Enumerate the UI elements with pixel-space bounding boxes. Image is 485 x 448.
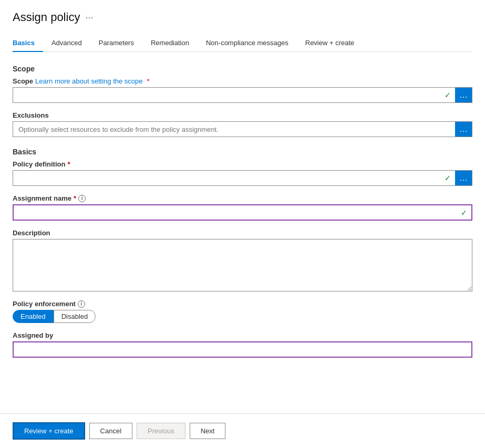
exclusions-input[interactable] <box>13 122 455 137</box>
exclusions-input-wrapper: … <box>13 121 472 137</box>
assignment-name-required: * <box>74 194 76 202</box>
basics-section-title: Basics <box>13 148 472 156</box>
assignment-name-check-icon: ✓ <box>457 209 471 217</box>
scope-browse-button[interactable]: … <box>455 88 472 102</box>
assignment-name-info-icon[interactable]: i <box>78 195 86 202</box>
assignment-name-label: Assignment name * i <box>13 194 472 202</box>
assignment-name-input[interactable]: myPolicyAssignment <box>14 205 457 220</box>
assigned-by-input[interactable]: User <box>14 342 471 357</box>
scope-check-icon: ✓ <box>440 91 455 99</box>
tab-review-create[interactable]: Review + create <box>297 35 363 52</box>
exclusions-field-group: Exclusions … <box>13 111 472 137</box>
page-title: Assign policy <box>13 11 80 24</box>
policy-def-label: Policy definition * <box>13 160 472 168</box>
footer: Review + create Cancel Previous Next <box>0 413 485 419</box>
policy-def-input[interactable]: Network Watcher flow logs should have tr… <box>13 171 440 185</box>
description-field-group: Description <box>13 229 472 291</box>
scope-section-title: Scope <box>13 65 472 73</box>
scope-label: Scope <box>13 77 33 85</box>
policy-def-field-group: Policy definition * Network Watcher flow… <box>13 160 472 186</box>
page-title-dots: ··· <box>85 12 93 23</box>
policy-enforcement-info-icon[interactable]: i <box>78 300 85 308</box>
policy-enforcement-field-group: Policy enforcement i Enabled Disabled <box>13 300 472 323</box>
tab-remediation[interactable]: Remediation <box>142 35 198 52</box>
scope-input[interactable]: Network Watcher Demo <box>13 88 440 102</box>
policy-enforcement-label: Policy enforcement i <box>13 300 472 308</box>
exclusions-label: Exclusions <box>13 111 472 119</box>
tab-parameters[interactable]: Parameters <box>90 35 142 52</box>
exclusions-browse-button[interactable]: … <box>455 122 472 137</box>
enforcement-enabled-button[interactable]: Enabled <box>13 310 54 323</box>
assignment-name-input-wrapper: myPolicyAssignment ✓ <box>13 204 472 221</box>
scope-learn-more-link[interactable]: Learn more about setting the scope <box>35 77 143 85</box>
description-textarea[interactable] <box>13 239 472 291</box>
policy-def-required: * <box>67 160 70 168</box>
tab-advanced[interactable]: Advanced <box>43 35 90 52</box>
policy-def-check-icon: ✓ <box>440 174 455 182</box>
tabs-nav: Basics Advanced Parameters Remediation N… <box>13 35 472 52</box>
scope-field-group: Scope Learn more about setting the scope… <box>13 77 472 103</box>
policy-def-browse-button[interactable]: … <box>455 171 472 185</box>
tab-basics[interactable]: Basics <box>13 35 43 52</box>
assigned-by-input-wrapper: User <box>13 341 472 358</box>
description-label: Description <box>13 229 472 237</box>
scope-input-wrapper: Network Watcher Demo ✓ … <box>13 87 472 103</box>
assignment-name-field-group: Assignment name * i myPolicyAssignment ✓ <box>13 194 472 221</box>
scope-required: * <box>147 77 150 85</box>
enforcement-toggle-group: Enabled Disabled <box>13 310 472 323</box>
tab-non-compliance[interactable]: Non-compliance messages <box>198 35 297 52</box>
enforcement-disabled-button[interactable]: Disabled <box>54 310 96 323</box>
policy-def-input-wrapper: Network Watcher flow logs should have tr… <box>13 170 472 186</box>
assigned-by-label: Assigned by <box>13 331 472 339</box>
assigned-by-field-group: Assigned by User <box>13 331 472 358</box>
